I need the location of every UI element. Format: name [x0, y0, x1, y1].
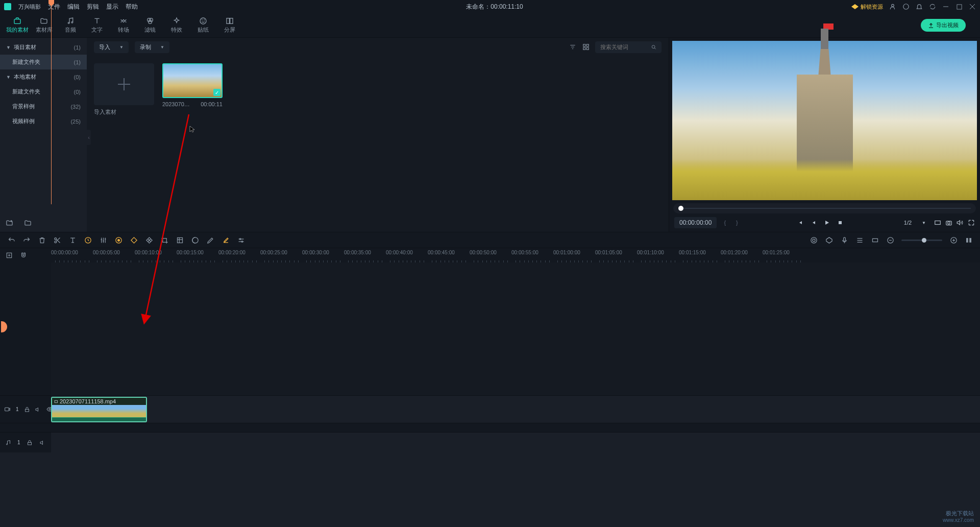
mark-out-button[interactable]: } [733, 220, 741, 226]
ruler-tick: 00:00:25:00 [260, 250, 287, 255]
playhead[interactable] [51, 0, 52, 204]
sidebar-item-bgsample[interactable]: 背景样例(32) [0, 99, 87, 114]
video-clip[interactable]: 20230707111158.mp4 [51, 397, 147, 422]
search-field[interactable] [600, 44, 651, 50]
track-add-icon[interactable] [5, 251, 13, 259]
menu-help[interactable]: 帮助 [126, 3, 138, 11]
import-dropdown[interactable]: 导入▼ [94, 41, 129, 53]
new-folder-icon[interactable] [5, 219, 13, 227]
aspect-icon[interactable] [871, 236, 879, 244]
step-back-icon[interactable] [810, 219, 817, 226]
mic-icon[interactable] [840, 236, 848, 244]
magnet-icon[interactable] [19, 251, 28, 259]
ratio-icon[interactable] [934, 219, 941, 226]
svg-point-48 [7, 444, 8, 445]
menu-cut[interactable]: 剪辑 [87, 3, 99, 11]
import-media-card[interactable] [94, 63, 154, 105]
tab-my-media[interactable]: 我的素材 [4, 15, 31, 36]
keyframe-icon[interactable] [130, 236, 138, 244]
preview-scrubber[interactable] [673, 203, 976, 213]
marker2-icon[interactable] [825, 236, 833, 244]
mute-icon[interactable] [39, 439, 47, 447]
snapshot-icon[interactable] [945, 219, 952, 226]
preview-zoom-dropdown[interactable]: 1/2▼ [900, 218, 930, 227]
sidebar-item-project[interactable]: ▼项目素材 (1) [0, 40, 87, 55]
prev-frame-icon[interactable] [797, 219, 804, 226]
user-icon[interactable] [889, 3, 896, 10]
mark-in-button[interactable]: { [721, 220, 729, 226]
stop-icon[interactable] [837, 219, 844, 226]
sidebar-item-newfolder1[interactable]: 新建文件夹(1) [0, 55, 87, 69]
maximize-icon[interactable] [955, 3, 963, 10]
svg-rect-44 [5, 408, 9, 411]
list-icon[interactable] [855, 236, 864, 244]
minimize-icon[interactable] [942, 3, 949, 10]
redo-icon[interactable] [22, 236, 31, 244]
media-item[interactable]: ✓ 2023070… 00:00:11 [162, 63, 223, 225]
tab-sticker[interactable]: 贴纸 [190, 15, 216, 36]
close-icon[interactable] [969, 3, 976, 10]
mute-icon[interactable] [35, 405, 41, 414]
record-dropdown[interactable]: 录制▼ [135, 41, 169, 53]
search-input[interactable] [595, 41, 662, 53]
pen-icon[interactable] [206, 236, 214, 244]
mask-icon[interactable] [191, 236, 199, 244]
tab-transition[interactable]: 转场 [110, 15, 137, 36]
play-icon[interactable] [823, 219, 830, 226]
ruler-tick: 00:00:55:00 [511, 250, 538, 255]
clip-label: 20230707111158.mp4 [60, 398, 116, 404]
fit-icon[interactable] [965, 236, 973, 244]
export-button[interactable]: 导出视频 [921, 19, 966, 32]
sidebar-item-local[interactable]: ▼本地素材 (0) [0, 69, 87, 84]
timeline-toolbar [0, 232, 980, 248]
svg-rect-18 [586, 44, 589, 46]
sidebar-collapse-button[interactable]: ‹ [87, 130, 91, 145]
zoom-out-icon[interactable] [886, 236, 894, 244]
folder-icon[interactable] [23, 219, 32, 227]
lock-icon[interactable] [24, 405, 30, 414]
remove-keyframe-icon[interactable] [145, 236, 153, 244]
tab-text[interactable]: 文字 [84, 15, 110, 36]
sidebar-item-newfolder2[interactable]: 新建文件夹(0) [0, 84, 87, 99]
video-track-row: 1 20230707111158.mp4 [0, 395, 980, 423]
tab-split[interactable]: 分屏 [216, 15, 243, 36]
crop2-icon[interactable] [176, 236, 184, 244]
delete-icon[interactable] [38, 236, 46, 244]
tab-effect[interactable]: 特效 [163, 15, 190, 36]
sidebar-item-videosample[interactable]: 视频样例(25) [0, 114, 87, 129]
menu-display[interactable]: 显示 [106, 3, 118, 11]
zoom-handle[interactable] [922, 238, 926, 243]
zoom-in-icon[interactable] [949, 236, 958, 244]
video-track-lane[interactable]: 20230707111158.mp4 [51, 395, 980, 423]
refresh-icon[interactable] [929, 3, 936, 10]
unlock-resource-button[interactable]: 解锁资源 [851, 3, 883, 11]
media-thumbnail[interactable]: ✓ [162, 63, 223, 98]
color-icon[interactable] [114, 236, 122, 244]
audio-track-lane[interactable] [51, 432, 980, 452]
fullscreen-icon[interactable] [968, 219, 975, 226]
grid-view-icon[interactable] [582, 43, 590, 51]
zoom-slider[interactable] [901, 239, 942, 241]
undo-icon[interactable] [7, 236, 15, 244]
adjust-icon[interactable] [237, 236, 245, 244]
crop-icon[interactable] [160, 236, 168, 244]
timeline-ruler[interactable]: 00:00:00:0000:00:05:0000:00:10:0000:00:1… [51, 248, 980, 262]
tab-media-library[interactable]: 素材库 [31, 15, 57, 36]
record-icon[interactable] [810, 236, 818, 244]
message-icon[interactable] [902, 3, 910, 10]
unlock-label: 解锁资源 [861, 3, 883, 11]
notify-icon[interactable] [916, 3, 923, 10]
menu-edit[interactable]: 编辑 [67, 3, 80, 11]
text-tool-icon[interactable] [68, 236, 77, 244]
lock-icon[interactable] [26, 439, 34, 447]
audio-icon[interactable] [957, 219, 964, 226]
tab-filter[interactable]: 滤镜 [137, 15, 163, 36]
split-clip-icon[interactable] [53, 236, 61, 244]
filter-sort-icon[interactable] [569, 43, 577, 51]
preview-video[interactable] [672, 41, 977, 200]
speed-icon[interactable] [84, 236, 92, 244]
audio-adjust-icon[interactable] [99, 236, 107, 244]
tab-audio[interactable]: 音频 [57, 15, 84, 36]
highlighter-icon[interactable] [222, 236, 230, 244]
scrub-handle[interactable] [678, 206, 683, 211]
